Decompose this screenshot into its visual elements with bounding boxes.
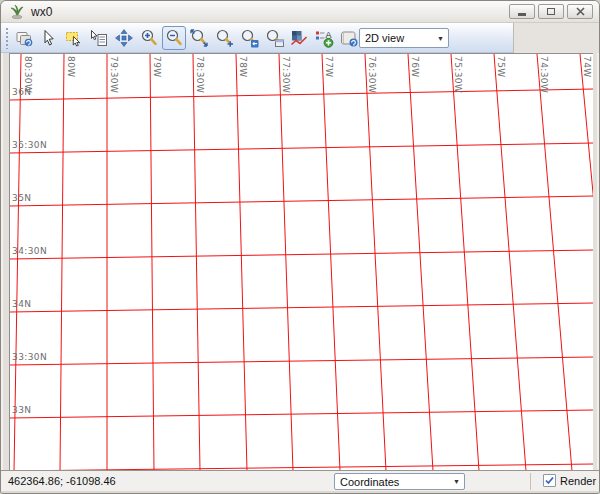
- map-canvas[interactable]: 80:30W80W79:30W79W78:30W78W77:30W77W76:3…: [9, 53, 593, 470]
- meridian-line: [193, 54, 200, 470]
- maximize-icon: [547, 8, 555, 15]
- pointer-icon: [39, 28, 59, 48]
- longitude-label: 79:30W: [109, 56, 119, 93]
- zoom-options-button[interactable]: [262, 26, 286, 50]
- longitude-label: 80W: [66, 56, 76, 78]
- latitude-label: 36N: [12, 87, 31, 97]
- render-toggle[interactable]: Render: [543, 474, 596, 487]
- parallel-line: [10, 410, 593, 418]
- close-icon: [576, 7, 585, 16]
- maximize-button[interactable]: [538, 4, 564, 19]
- chevron-down-icon: ▼: [449, 474, 464, 489]
- meridian-line: [322, 54, 340, 470]
- window-controls: [509, 4, 593, 19]
- parallel-line: [10, 303, 593, 312]
- display-map-icon: [14, 28, 34, 48]
- meridian-line: [279, 54, 293, 470]
- zoom-extent-icon: [189, 28, 209, 48]
- view-mode-dropdown[interactable]: 2D view ▼: [359, 28, 449, 48]
- checkmark-icon: [544, 475, 555, 486]
- save-display-button[interactable]: [337, 26, 361, 50]
- statusbar-mode-value: Coordinates: [335, 476, 449, 488]
- render-checkbox[interactable]: [543, 474, 556, 487]
- meridian-line: [408, 54, 433, 470]
- statusbar-separator: [530, 473, 531, 490]
- meridian-line: [150, 54, 154, 470]
- display-map-button[interactable]: [12, 26, 36, 50]
- statusbar: 462364.86; -61098.46 Coordinates ▼ Rende…: [1, 470, 600, 491]
- analyze-map-button[interactable]: [287, 26, 311, 50]
- latitude-label: 34:30N: [12, 246, 47, 256]
- zoom-options-icon: [264, 28, 284, 48]
- meridian-line: [60, 54, 64, 470]
- titlebar[interactable]: wx0: [1, 1, 600, 23]
- longitude-label: 78W: [238, 56, 248, 78]
- meridian-line: [365, 54, 386, 470]
- zoom-out-icon: [164, 28, 184, 48]
- close-button[interactable]: [567, 4, 593, 19]
- render-checkbox-label: Render: [560, 475, 596, 487]
- coordinate-readout: 462364.86; -61098.46: [8, 475, 116, 487]
- pan-button[interactable]: [112, 26, 136, 50]
- latitude-label: 35:30N: [12, 140, 47, 150]
- longitude-label: 74:30W: [539, 56, 549, 93]
- parallel-line: [10, 143, 593, 153]
- analyze-map-icon: [289, 28, 309, 48]
- zoom-in-icon: [139, 28, 159, 48]
- pan-icon: [114, 28, 134, 48]
- view-mode-value: 2D view: [360, 32, 433, 44]
- latitude-label: 33N: [12, 405, 31, 415]
- graticule-layer: [10, 54, 593, 470]
- map-display-window: wx0 A 2D view ▼ 80:30W80W79:30W79W78:30W…: [0, 0, 600, 494]
- zoom-region-icon: [214, 28, 234, 48]
- meridian-line: [494, 54, 526, 470]
- longitude-label: 74W: [582, 56, 592, 78]
- zoom-in-button[interactable]: [137, 26, 161, 50]
- longitude-label: 75W: [496, 56, 506, 78]
- grass-app-icon: [9, 4, 25, 20]
- meridian-line: [580, 54, 593, 470]
- toolbar: A 2D view ▼: [1, 23, 600, 53]
- latitude-label: 33:30N: [12, 352, 47, 362]
- save-display-icon: [339, 28, 359, 48]
- statusbar-mode-dropdown[interactable]: Coordinates ▼: [334, 473, 465, 490]
- latitude-label: 35N: [12, 193, 31, 203]
- chevron-down-icon: ▼: [433, 29, 448, 47]
- longitude-label: 75:30W: [453, 56, 463, 93]
- longitude-label: 76:30W: [367, 56, 377, 93]
- meridian-line: [537, 54, 572, 470]
- select-features-button[interactable]: [62, 26, 86, 50]
- select-features-icon: [64, 28, 84, 48]
- longitude-label: 79W: [152, 56, 162, 78]
- minimize-button[interactable]: [509, 4, 535, 19]
- longitude-label: 77W: [324, 56, 334, 78]
- meridian-line: [451, 54, 479, 470]
- zoom-out-button[interactable]: [162, 26, 186, 50]
- zoom-extent-button[interactable]: [187, 26, 211, 50]
- meridian-line: [236, 54, 247, 470]
- add-overlay-button[interactable]: A: [312, 26, 336, 50]
- minimize-icon: [518, 13, 526, 16]
- add-overlay-icon: A: [314, 28, 334, 48]
- zoom-back-button[interactable]: [237, 26, 261, 50]
- zoom-back-icon: [239, 28, 259, 48]
- parallel-line: [10, 250, 593, 259]
- toolbar-tail-panel: [513, 23, 600, 53]
- query-button[interactable]: [87, 26, 111, 50]
- pointer-button[interactable]: [37, 26, 61, 50]
- toolbar-grip[interactable]: [5, 27, 9, 49]
- window-title: wx0: [31, 5, 52, 19]
- latitude-label: 34N: [12, 299, 31, 309]
- zoom-region-button[interactable]: [212, 26, 236, 50]
- parallel-line: [10, 89, 593, 100]
- longitude-label: 78:30W: [195, 56, 205, 93]
- longitude-label: 76W: [410, 56, 420, 78]
- longitude-label: 77:30W: [281, 56, 291, 93]
- query-icon: [89, 28, 109, 48]
- parallel-line: [10, 357, 593, 365]
